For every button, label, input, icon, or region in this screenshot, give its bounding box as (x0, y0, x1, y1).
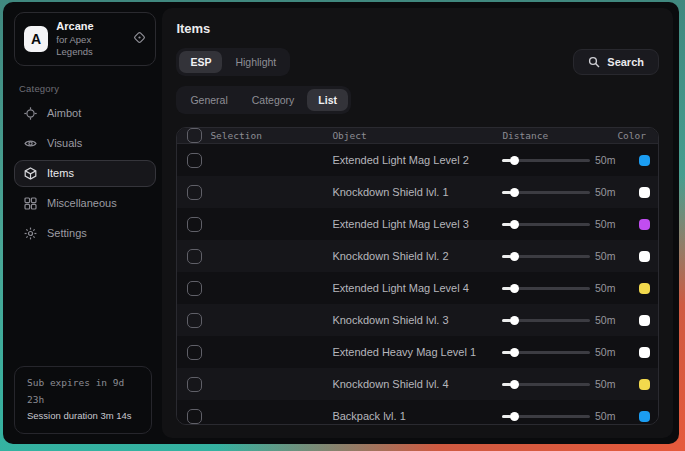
tab-esp[interactable]: ESP (179, 51, 222, 73)
sidebar-item-settings[interactable]: Settings (14, 220, 156, 247)
table-row: Extended Light Mag Level 4 50m (177, 272, 658, 304)
slider-thumb[interactable] (510, 284, 519, 293)
sub-expiry-text: Sub expires in 9d 23h (27, 375, 139, 408)
search-button[interactable]: Search (573, 49, 659, 75)
column-header-selection: Selection (210, 130, 261, 141)
sidebar-item-items[interactable]: Items (14, 160, 156, 187)
app-window: A Arcane for Apex Legends Category (3, 2, 679, 444)
row-checkbox[interactable] (187, 249, 202, 264)
app-logo: A (24, 26, 48, 52)
table-row: Knockdown Shield lvl. 2 50m (177, 240, 658, 272)
slider-thumb[interactable] (510, 380, 519, 389)
distance-value: 50m (595, 282, 617, 294)
table-row: Extended Light Mag Level 2 50m (177, 144, 658, 176)
distance-value: 50m (595, 154, 617, 166)
items-table: Selection Object Distance Color Extended… (176, 127, 659, 425)
mode-tabs: ESP Highlight (176, 48, 290, 76)
object-name: Knockdown Shield lvl. 1 (332, 186, 502, 198)
distance-slider[interactable] (502, 351, 590, 354)
color-swatch[interactable] (639, 251, 650, 262)
color-swatch[interactable] (639, 283, 650, 294)
color-swatch[interactable] (639, 155, 650, 166)
tab-highlight[interactable]: Highlight (224, 51, 287, 73)
sidebar: A Arcane for Apex Legends Category (3, 2, 160, 444)
table-row: Knockdown Shield lvl. 4 50m (177, 368, 658, 400)
distance-slider[interactable] (502, 255, 590, 258)
sidebar-item-label: Miscellaneous (47, 197, 117, 209)
column-header-object: Object (332, 130, 502, 141)
color-swatch[interactable] (639, 315, 650, 326)
slider-thumb[interactable] (510, 412, 519, 421)
table-row: Knockdown Shield lvl. 3 50m (177, 304, 658, 336)
distance-value: 50m (595, 314, 617, 326)
main-panel: Items ESP Highlight Search General Categ… (162, 8, 673, 438)
distance-slider[interactable] (502, 159, 590, 162)
table-row: Extended Light Mag Level 3 50m (177, 208, 658, 240)
slider-thumb[interactable] (510, 220, 519, 229)
slider-thumb[interactable] (510, 252, 519, 261)
distance-slider[interactable] (502, 319, 590, 322)
object-name: Extended Heavy Mag Level 1 (332, 346, 502, 358)
select-all-checkbox[interactable] (187, 128, 202, 143)
app-name: Arcane (56, 20, 125, 34)
search-button-label: Search (607, 56, 644, 68)
color-swatch[interactable] (639, 379, 650, 390)
color-swatch[interactable] (639, 187, 650, 198)
sidebar-item-label: Items (47, 167, 74, 179)
distance-value: 50m (595, 250, 617, 262)
object-name: Knockdown Shield lvl. 2 (332, 250, 502, 262)
app-header-card: A Arcane for Apex Legends (14, 12, 156, 66)
sidebar-item-label: Visuals (47, 137, 82, 149)
row-checkbox[interactable] (187, 409, 202, 424)
sidebar-item-visuals[interactable]: Visuals (14, 130, 156, 157)
row-checkbox[interactable] (187, 185, 202, 200)
distance-slider[interactable] (502, 415, 590, 418)
distance-value: 50m (595, 186, 617, 198)
slider-thumb[interactable] (510, 348, 519, 357)
slider-thumb[interactable] (510, 188, 519, 197)
slider-thumb[interactable] (510, 316, 519, 325)
row-checkbox[interactable] (187, 281, 202, 296)
table-row: Extended Heavy Mag Level 1 50m (177, 336, 658, 368)
row-checkbox[interactable] (187, 345, 202, 360)
table-row: Knockdown Shield lvl. 1 50m (177, 176, 658, 208)
tab-category[interactable]: Category (241, 89, 306, 111)
distance-slider[interactable] (502, 223, 590, 226)
object-name: Extended Light Mag Level 4 (332, 282, 502, 294)
view-tabs: General Category List (176, 86, 351, 114)
tab-list[interactable]: List (307, 89, 348, 111)
app-subtitle: for Apex Legends (56, 34, 125, 58)
color-swatch[interactable] (639, 347, 650, 358)
sidebar-item-label: Aimbot (47, 107, 81, 119)
row-checkbox[interactable] (187, 377, 202, 392)
sidebar-item-label: Settings (47, 227, 87, 239)
box-icon (24, 167, 37, 180)
pin-window-button[interactable] (133, 31, 146, 47)
session-info-card: Sub expires in 9d 23h Session duration 3… (14, 366, 152, 434)
distance-slider[interactable] (502, 287, 590, 290)
slider-thumb[interactable] (510, 156, 519, 165)
distance-slider[interactable] (502, 191, 590, 194)
row-checkbox[interactable] (187, 153, 202, 168)
tab-general[interactable]: General (179, 89, 238, 111)
object-name: Backpack lvl. 1 (332, 410, 502, 422)
color-swatch[interactable] (639, 219, 650, 230)
object-name: Extended Light Mag Level 2 (332, 154, 502, 166)
grid-icon (24, 197, 37, 210)
object-name: Extended Light Mag Level 3 (332, 218, 502, 230)
session-duration-text: Session duration 3m 14s (27, 408, 139, 425)
row-checkbox[interactable] (187, 217, 202, 232)
diamond-pin-icon (133, 31, 146, 47)
object-name: Knockdown Shield lvl. 3 (332, 314, 502, 326)
distance-slider[interactable] (502, 383, 590, 386)
distance-value: 50m (595, 218, 617, 230)
distance-value: 50m (595, 410, 617, 422)
sidebar-item-aimbot[interactable]: Aimbot (14, 100, 156, 127)
column-header-color: Color (617, 130, 658, 141)
row-checkbox[interactable] (187, 313, 202, 328)
object-name: Knockdown Shield lvl. 4 (332, 378, 502, 390)
gear-icon (24, 227, 37, 240)
category-section-label: Category (19, 83, 156, 94)
sidebar-item-miscellaneous[interactable]: Miscellaneous (14, 190, 156, 217)
color-swatch[interactable] (639, 411, 650, 422)
